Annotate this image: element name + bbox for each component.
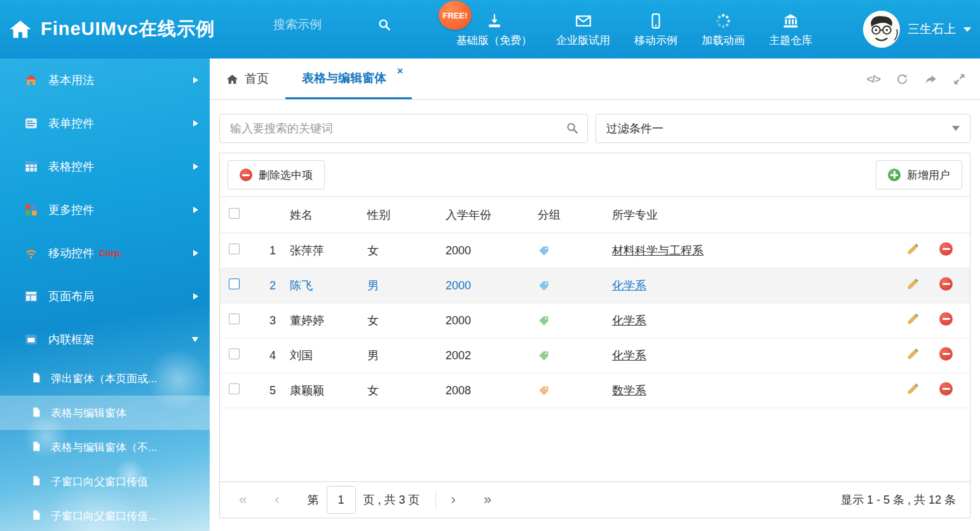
delete-icon[interactable] — [939, 382, 953, 396]
nav-item-mobile-demo[interactable]: 移动示例 — [632, 11, 680, 48]
sidebar-subitem-grid-edit-window[interactable]: 表格与编辑窗体 — [0, 396, 210, 430]
header-nav: 基础版（免费） 企业版试用 移动示例 加载动画 主题仓库 — [454, 0, 815, 59]
tab-bar: 首页 表格与编辑窗体 × </> — [210, 59, 980, 100]
tab-home[interactable]: 首页 — [210, 59, 285, 99]
next-page-icon[interactable]: › — [451, 493, 456, 507]
sidebar-item-form-controls[interactable]: 表单控件 — [0, 102, 210, 145]
expand-icon[interactable] — [953, 72, 966, 86]
grid-panel: 删除选中项 新增用户 姓名 性别 入学年份 分组 所学专业 1 张萍萍 — [219, 153, 970, 518]
filter-row: 过滤条件一 — [210, 100, 980, 143]
sidebar-item-page-layout[interactable]: 页面布局 — [0, 275, 210, 318]
divider — [435, 492, 436, 508]
tab-grid-edit-window[interactable]: 表格与编辑窗体 × — [285, 59, 412, 99]
row-checkbox[interactable] — [229, 348, 240, 359]
first-page-icon[interactable]: « — [239, 493, 247, 507]
edit-icon[interactable] — [906, 312, 920, 329]
tag-icon — [538, 245, 602, 257]
delete-icon[interactable] — [939, 312, 953, 326]
tag-icon — [538, 315, 602, 327]
file-icon — [31, 509, 42, 522]
edit-icon[interactable] — [906, 347, 920, 364]
sidebar-item-iframe[interactable]: 内联框架 — [0, 318, 210, 361]
blocks-icon — [24, 203, 38, 217]
delete-icon[interactable] — [939, 242, 953, 256]
app-title: FineUIMvc在线示例 — [41, 17, 215, 42]
prev-page-icon[interactable]: ‹ — [275, 493, 279, 507]
keyword-search-input[interactable] — [219, 114, 588, 143]
sidebar-subitem-popup-window[interactable]: 弹出窗体（本页面或... — [0, 361, 210, 396]
search-icon[interactable] — [378, 18, 391, 32]
table-row[interactable]: 3 董婷婷 女 2000 化学系 — [220, 303, 970, 338]
filter-dropdown-value: 过滤条件一 — [606, 121, 664, 136]
sidebar-item-mobile-controls[interactable]: 移动控件 Corp. — [0, 231, 210, 275]
caret-down-icon — [952, 126, 960, 131]
keyword-search[interactable] — [219, 114, 588, 143]
row-checkbox[interactable] — [229, 383, 240, 394]
refresh-icon[interactable] — [895, 72, 909, 86]
home-icon — [24, 73, 38, 87]
major-link[interactable]: 材料科学与工程系 — [612, 244, 704, 257]
sidebar-item-basic-usage[interactable]: 基本用法 — [0, 59, 210, 102]
chevron-right-icon — [193, 120, 198, 127]
header-search-input[interactable] — [273, 18, 369, 32]
user-table: 姓名 性别 入学年份 分组 所学专业 1 张萍萍 女 2000 材料科学与工程系 — [220, 197, 970, 408]
main-content: 首页 表格与编辑窗体 × </> 过滤条件一 删除选中项 — [210, 59, 980, 531]
close-icon[interactable]: × — [397, 66, 403, 76]
page-number-input[interactable] — [327, 486, 356, 514]
avatar[interactable] — [863, 11, 900, 48]
edit-icon[interactable] — [906, 277, 920, 294]
last-page-icon[interactable]: » — [484, 493, 491, 507]
major-link[interactable]: 数学系 — [612, 384, 646, 397]
tag-icon — [538, 350, 602, 362]
edit-icon[interactable] — [906, 382, 920, 399]
select-all-checkbox[interactable] — [229, 208, 240, 219]
nav-item-enterprise-trial[interactable]: 企业版试用 — [554, 11, 613, 48]
nav-item-theme-repo[interactable]: 主题仓库 — [766, 11, 815, 48]
major-link[interactable]: 化学系 — [612, 279, 646, 292]
page-label-prefix: 第 — [308, 492, 319, 507]
open-in-new-icon[interactable] — [924, 72, 937, 86]
frame-icon — [24, 333, 38, 347]
form-icon — [24, 116, 38, 130]
header-search[interactable] — [273, 18, 407, 32]
home-icon — [226, 73, 238, 85]
home-icon — [9, 18, 32, 41]
chevron-right-icon — [193, 77, 198, 83]
table-row[interactable]: 5 康颖颖 女 2008 数学系 — [220, 373, 970, 408]
file-icon — [31, 372, 42, 385]
table-row[interactable]: 4 刘国 男 2002 化学系 — [220, 338, 970, 373]
chevron-right-icon — [193, 293, 198, 300]
tag-icon — [538, 385, 602, 397]
sidebar-subitem-child-to-parent-2[interactable]: 子窗口向父窗口传值... — [0, 499, 210, 531]
delete-selected-button[interactable]: 删除选中项 — [228, 160, 325, 190]
col-header-year: 入学年份 — [435, 207, 527, 223]
row-checkbox[interactable] — [229, 244, 240, 254]
code-icon[interactable]: </> — [866, 73, 880, 86]
mobile-icon — [647, 11, 665, 29]
search-icon[interactable] — [566, 121, 579, 135]
pagination-bar: « ‹ 第 页 , 共 3 页 › » 显示 1 - 5 条 , 共 12 条 — [220, 481, 970, 518]
brand[interactable]: FineUIMvc在线示例 — [9, 0, 215, 59]
delete-icon[interactable] — [939, 347, 953, 361]
nav-label: 企业版试用 — [556, 33, 610, 48]
add-user-button[interactable]: 新增用户 — [876, 160, 962, 190]
sidebar-subitem-grid-edit-window-2[interactable]: 表格与编辑窗体（不... — [0, 430, 210, 464]
nav-item-loading-animation[interactable]: 加载动画 — [699, 11, 747, 48]
delete-icon[interactable] — [939, 277, 953, 291]
sidebar-item-more-controls[interactable]: 更多控件 — [0, 188, 210, 231]
table-row[interactable]: 1 张萍萍 女 2000 材料科学与工程系 — [220, 233, 970, 268]
major-link[interactable]: 化学系 — [612, 349, 646, 362]
sidebar-item-grid-controls[interactable]: 表格控件 — [0, 145, 210, 188]
row-checkbox[interactable] — [229, 314, 240, 324]
filter-dropdown[interactable]: 过滤条件一 — [595, 114, 970, 143]
major-link[interactable]: 化学系 — [612, 314, 646, 327]
edit-icon[interactable] — [906, 242, 920, 259]
nav-label: 主题仓库 — [769, 33, 812, 48]
sidebar-subitem-child-to-parent[interactable]: 子窗口向父窗口传值 — [0, 464, 210, 499]
nav-label: 加载动画 — [702, 33, 745, 48]
app-header: FineUIMvc在线示例 FREE! 基础版（免费） 企业版试用 移动示例 加… — [0, 0, 980, 59]
grid-toolbar: 删除选中项 新增用户 — [220, 153, 970, 197]
row-checkbox[interactable] — [229, 279, 240, 289]
table-row[interactable]: 2 陈飞 男 2000 化学系 — [220, 268, 970, 303]
user-menu[interactable]: 三生石上 — [863, 0, 971, 59]
